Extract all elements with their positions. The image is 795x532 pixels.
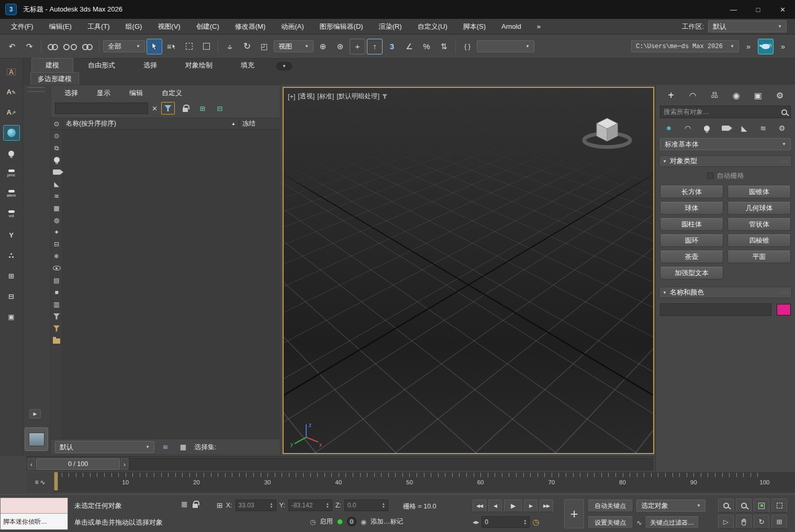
set-key-button[interactable]: 设置关键点 [587,516,633,529]
filter-frozen-icon[interactable]: ❄ [52,252,61,260]
time-slider-track[interactable] [129,458,653,470]
tab-motion[interactable]: ◉ [730,89,743,101]
object-type-button[interactable]: 平面 [727,251,791,263]
layer-stack-button[interactable]: ≋ [159,441,172,454]
object-type-button[interactable]: 加强型文本 [660,267,723,279]
viewport-renderer-menu[interactable]: [标准] [317,92,334,101]
ribbon-minimize-button[interactable]: ▼ [276,62,292,71]
object-type-button[interactable]: 长方体 [660,186,723,198]
next-frame-arrow[interactable]: › [121,458,128,470]
viewport-general-menu[interactable]: [+] [288,93,295,100]
rollout-grip-icon[interactable]: ∷∷ [780,290,788,296]
filter-cameras-icon[interactable] [52,168,61,176]
previous-frame-arrow[interactable]: ‹ [28,458,35,470]
menu-scripting[interactable]: 脚本(S) [455,22,494,31]
object-type-button[interactable]: 茶壶 [660,251,723,263]
render-setup-button[interactable] [758,39,774,54]
category-helpers-button[interactable]: ◣ [737,122,751,134]
spinner-icon[interactable]: ▲▼ [382,502,385,508]
snap-3d-toggle[interactable]: 3 [384,39,400,54]
key-filters-button[interactable]: 关键点过滤器… [645,516,699,529]
ribbon-tab-modeling[interactable]: 建模 [31,58,73,72]
explorer-filter-button[interactable] [161,102,175,115]
tab-create[interactable]: + [664,89,678,101]
object-name-input[interactable] [660,303,771,316]
menu-tools[interactable]: 工具(T) [80,22,118,31]
ribbon-tab-object-paint[interactable]: 对象绘制 [172,59,226,72]
project-folder-combo[interactable]: C:\Users\me⋯ds Max 2026 ▼ [631,40,739,52]
category-spacewarps-button[interactable]: ≋ [756,122,770,134]
play-button[interactable]: ▶ [504,500,522,512]
name-color-rollout-header[interactable]: ▼ 名称和颜色 ∷∷ [659,287,792,298]
explorer-search-input[interactable] [55,103,148,114]
footsteps-button[interactable]: ∴ [3,247,20,263]
menu-animation[interactable]: 动画(A) [273,22,311,31]
time-slider-playhead[interactable] [54,472,58,491]
object-type-button[interactable]: 圆环 [660,234,723,247]
angle-snap-toggle[interactable]: ∠ [401,39,417,54]
biped-button[interactable]: Y [3,227,20,243]
column-name-header[interactable]: 名称(按升序排序) ▲ [63,119,239,128]
object-type-button[interactable]: 几何球体 [727,202,791,214]
explorer-menu-select[interactable]: 选择 [55,88,87,98]
filter-helpers-icon[interactable]: ◣ [52,180,61,188]
selection-lock-icon[interactable] [193,504,198,508]
filter-geometry-icon[interactable]: ⧉ [52,144,61,152]
expand-tree-button[interactable]: ⊞ [196,102,209,115]
enable-indicator-dot[interactable] [337,519,343,525]
menu-rendering[interactable]: 渲染(R) [371,22,410,31]
menu-arnold[interactable]: Arnold [494,22,529,30]
counter-badge[interactable]: 0 [347,517,356,526]
layer-grid-button[interactable]: ▦ [176,441,190,454]
viewport-filter-icon[interactable] [382,94,387,99]
category-shapes-button[interactable]: ◠ [681,122,695,134]
explorer-preset-combo[interactable]: 默认 ▼ [55,441,154,453]
tag-cube-icon[interactable]: ◉ [361,518,366,526]
clear-filter-icon[interactable] [52,324,61,332]
filter-materials-icon[interactable]: ▦ [52,204,61,212]
autogrid-checkbox[interactable] [707,173,713,179]
display-list-icon[interactable]: ▤ [52,276,61,284]
menu-modifiers[interactable]: 修改器(M) [227,22,274,31]
select-by-name-button[interactable]: ≡ [164,39,180,54]
listener-line[interactable]: 脚本迷你侦听… [1,514,68,529]
spinner-icon[interactable]: ▲▼ [523,519,527,525]
go-to-start-button[interactable]: ◀◀ [473,500,486,512]
toolbar-grip[interactable] [27,87,45,92]
render-overflow-button[interactable]: » [775,39,791,54]
text-tool-grid-button[interactable]: A [3,64,20,80]
ribbon-tab-selection[interactable]: 选择 [130,59,171,72]
absolute-mode-icon[interactable]: ⊞ [217,501,223,510]
auto-key-button[interactable]: 自动关键点 [587,500,633,512]
unlink-selection-button[interactable] [62,39,78,54]
close-button[interactable]: ✕ [770,0,795,19]
scene-sphere-button[interactable] [3,125,20,141]
selection-filter-combo[interactable]: 全部 ▼ [103,40,145,52]
category-systems-button[interactable]: ⚙ [775,122,789,134]
text-tool-edit-button[interactable]: A✎ [3,84,20,100]
clear-search-icon[interactable]: ✕ [152,105,158,112]
z-coordinate-field[interactable]: 0.0 ▲▼ [344,500,388,511]
menu-views[interactable]: 视图(V) [150,22,188,31]
previous-frame-button[interactable]: ◀ [488,500,502,512]
maxscript-mini-listener[interactable]: 脚本迷你侦听… [0,497,68,530]
object-type-button[interactable]: 圆锥体 [727,186,791,198]
window-tile-button[interactable]: ▣ [3,309,20,324]
go-to-end-button[interactable]: ▶▶ [540,500,553,512]
snaps-toggle[interactable]: ↑ [367,39,383,54]
viewport-shading-menu[interactable]: [默认明暗处理] [337,92,379,101]
use-pivot-center-button[interactable]: ⊕ [315,39,331,54]
menu-file[interactable]: 文件(F) [3,22,41,31]
rectangular-selection-region-button[interactable] [181,39,197,54]
selected-objects-combo[interactable]: 选定对象 ▼ [636,500,706,512]
x-coordinate-field[interactable]: 33.03 ▲▼ [236,500,276,511]
edit-named-selection-sets-button[interactable]: { } [460,39,475,54]
container-button[interactable]: ⊞ [3,268,20,284]
named-selection-sets-combo[interactable]: ▼ [477,40,534,52]
undo-button[interactable]: ↶ [4,39,20,54]
rollout-grip-icon[interactable]: ∷∷ [780,159,788,164]
field-of-view-button[interactable]: ▷ [718,515,734,529]
object-search-box[interactable] [660,106,791,118]
filter-bones-icon[interactable]: ✦ [52,228,61,236]
text-tool-export-button[interactable]: A↗ [3,105,20,120]
